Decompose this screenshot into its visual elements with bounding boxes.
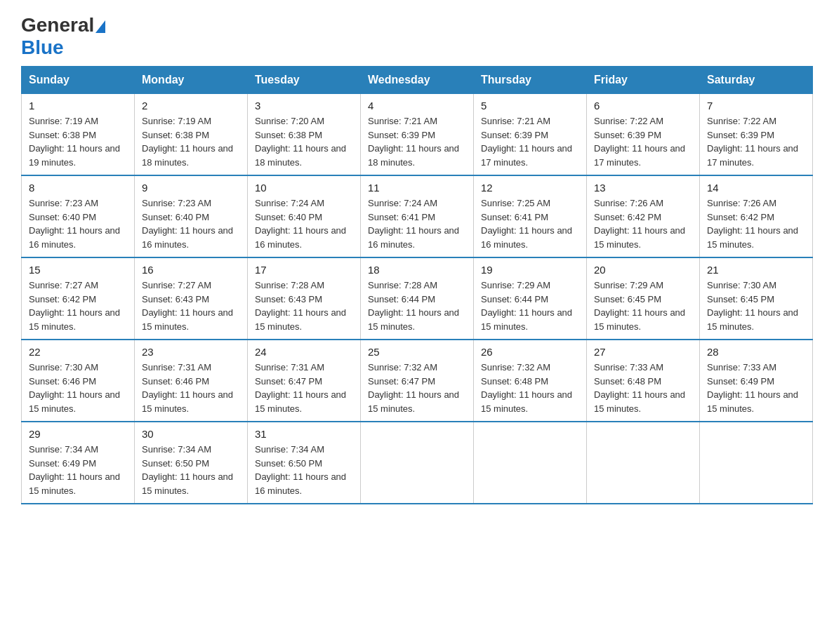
day-cell: 9Sunrise: 7:23 AMSunset: 6:40 PMDaylight…	[135, 175, 248, 257]
day-number: 22	[29, 346, 127, 358]
day-info: Sunrise: 7:30 AMSunset: 6:45 PMDaylight:…	[707, 280, 798, 332]
day-info: Sunrise: 7:28 AMSunset: 6:43 PMDaylight:…	[255, 280, 346, 332]
day-info: Sunrise: 7:21 AMSunset: 6:39 PMDaylight:…	[481, 116, 572, 168]
day-number: 15	[29, 264, 127, 276]
header-cell-wednesday: Wednesday	[361, 67, 474, 94]
day-info: Sunrise: 7:23 AMSunset: 6:40 PMDaylight:…	[142, 198, 233, 250]
day-cell: 1Sunrise: 7:19 AMSunset: 6:38 PMDaylight…	[22, 94, 135, 176]
header-cell-monday: Monday	[135, 67, 248, 94]
day-info: Sunrise: 7:26 AMSunset: 6:42 PMDaylight:…	[594, 198, 685, 250]
header-cell-sunday: Sunday	[22, 67, 135, 94]
day-number: 23	[142, 346, 240, 358]
day-info: Sunrise: 7:30 AMSunset: 6:46 PMDaylight:…	[29, 362, 120, 414]
page-header: General Blue	[21, 14, 813, 59]
day-number: 26	[481, 346, 579, 358]
day-number: 14	[707, 182, 805, 194]
header-row: SundayMondayTuesdayWednesdayThursdayFrid…	[22, 67, 813, 94]
logo-triangle-icon	[95, 20, 105, 33]
day-cell: 29Sunrise: 7:34 AMSunset: 6:49 PMDayligh…	[22, 422, 135, 504]
day-info: Sunrise: 7:24 AMSunset: 6:40 PMDaylight:…	[255, 198, 346, 250]
day-number: 6	[594, 100, 692, 112]
day-number: 25	[368, 346, 466, 358]
day-number: 27	[594, 346, 692, 358]
day-info: Sunrise: 7:33 AMSunset: 6:48 PMDaylight:…	[594, 362, 685, 414]
day-info: Sunrise: 7:21 AMSunset: 6:39 PMDaylight:…	[368, 116, 459, 168]
day-number: 19	[481, 264, 579, 276]
day-number: 9	[142, 182, 240, 194]
day-info: Sunrise: 7:29 AMSunset: 6:45 PMDaylight:…	[594, 280, 685, 332]
day-cell: 24Sunrise: 7:31 AMSunset: 6:47 PMDayligh…	[248, 340, 361, 422]
day-cell: 22Sunrise: 7:30 AMSunset: 6:46 PMDayligh…	[22, 340, 135, 422]
day-cell: 12Sunrise: 7:25 AMSunset: 6:41 PMDayligh…	[474, 175, 587, 257]
day-info: Sunrise: 7:22 AMSunset: 6:39 PMDaylight:…	[707, 116, 798, 168]
day-info: Sunrise: 7:19 AMSunset: 6:38 PMDaylight:…	[29, 116, 120, 168]
day-number: 24	[255, 346, 353, 358]
day-cell: 31Sunrise: 7:34 AMSunset: 6:50 PMDayligh…	[248, 422, 361, 504]
day-cell: 5Sunrise: 7:21 AMSunset: 6:39 PMDaylight…	[474, 94, 587, 176]
day-info: Sunrise: 7:24 AMSunset: 6:41 PMDaylight:…	[368, 198, 459, 250]
day-cell: 16Sunrise: 7:27 AMSunset: 6:43 PMDayligh…	[135, 257, 248, 340]
day-cell	[587, 422, 700, 504]
day-number: 1	[29, 100, 127, 112]
day-cell: 15Sunrise: 7:27 AMSunset: 6:42 PMDayligh…	[22, 257, 135, 340]
logo-general-text: General	[21, 14, 94, 36]
day-cell: 2Sunrise: 7:19 AMSunset: 6:38 PMDaylight…	[135, 94, 248, 176]
day-cell: 10Sunrise: 7:24 AMSunset: 6:40 PMDayligh…	[248, 175, 361, 257]
day-cell	[700, 422, 813, 504]
calendar-header: SundayMondayTuesdayWednesdayThursdayFrid…	[22, 67, 813, 94]
day-cell: 4Sunrise: 7:21 AMSunset: 6:39 PMDaylight…	[361, 94, 474, 176]
day-info: Sunrise: 7:29 AMSunset: 6:44 PMDaylight:…	[481, 280, 572, 332]
day-number: 21	[707, 264, 805, 276]
day-cell: 7Sunrise: 7:22 AMSunset: 6:39 PMDaylight…	[700, 94, 813, 176]
day-cell: 3Sunrise: 7:20 AMSunset: 6:38 PMDaylight…	[248, 94, 361, 176]
day-number: 12	[481, 182, 579, 194]
week-row-1: 1Sunrise: 7:19 AMSunset: 6:38 PMDaylight…	[22, 94, 813, 176]
day-number: 4	[368, 100, 466, 112]
day-info: Sunrise: 7:31 AMSunset: 6:46 PMDaylight:…	[142, 362, 233, 414]
day-cell: 18Sunrise: 7:28 AMSunset: 6:44 PMDayligh…	[361, 257, 474, 340]
day-cell: 13Sunrise: 7:26 AMSunset: 6:42 PMDayligh…	[587, 175, 700, 257]
header-cell-thursday: Thursday	[474, 67, 587, 94]
day-info: Sunrise: 7:28 AMSunset: 6:44 PMDaylight:…	[368, 280, 459, 332]
day-number: 28	[707, 346, 805, 358]
day-number: 13	[594, 182, 692, 194]
day-cell: 14Sunrise: 7:26 AMSunset: 6:42 PMDayligh…	[700, 175, 813, 257]
day-info: Sunrise: 7:32 AMSunset: 6:48 PMDaylight:…	[481, 362, 572, 414]
week-row-5: 29Sunrise: 7:34 AMSunset: 6:49 PMDayligh…	[22, 422, 813, 504]
day-info: Sunrise: 7:27 AMSunset: 6:43 PMDaylight:…	[142, 280, 233, 332]
day-cell	[361, 422, 474, 504]
day-cell: 28Sunrise: 7:33 AMSunset: 6:49 PMDayligh…	[700, 340, 813, 422]
day-info: Sunrise: 7:34 AMSunset: 6:50 PMDaylight:…	[142, 444, 233, 496]
logo: General Blue	[21, 14, 107, 59]
day-number: 20	[594, 264, 692, 276]
calendar-body: 1Sunrise: 7:19 AMSunset: 6:38 PMDaylight…	[22, 94, 813, 504]
week-row-3: 15Sunrise: 7:27 AMSunset: 6:42 PMDayligh…	[22, 257, 813, 340]
day-info: Sunrise: 7:27 AMSunset: 6:42 PMDaylight:…	[29, 280, 120, 332]
day-cell: 25Sunrise: 7:32 AMSunset: 6:47 PMDayligh…	[361, 340, 474, 422]
day-info: Sunrise: 7:34 AMSunset: 6:49 PMDaylight:…	[29, 444, 120, 496]
logo-blue-text: Blue	[21, 36, 64, 58]
day-cell: 6Sunrise: 7:22 AMSunset: 6:39 PMDaylight…	[587, 94, 700, 176]
day-cell: 20Sunrise: 7:29 AMSunset: 6:45 PMDayligh…	[587, 257, 700, 340]
day-number: 30	[142, 428, 240, 440]
day-number: 8	[29, 182, 127, 194]
day-info: Sunrise: 7:20 AMSunset: 6:38 PMDaylight:…	[255, 116, 346, 168]
day-number: 31	[255, 428, 353, 440]
day-number: 18	[368, 264, 466, 276]
day-cell: 26Sunrise: 7:32 AMSunset: 6:48 PMDayligh…	[474, 340, 587, 422]
day-number: 10	[255, 182, 353, 194]
day-info: Sunrise: 7:23 AMSunset: 6:40 PMDaylight:…	[29, 198, 120, 250]
day-info: Sunrise: 7:34 AMSunset: 6:50 PMDaylight:…	[255, 444, 346, 496]
week-row-4: 22Sunrise: 7:30 AMSunset: 6:46 PMDayligh…	[22, 340, 813, 422]
day-info: Sunrise: 7:22 AMSunset: 6:39 PMDaylight:…	[594, 116, 685, 168]
day-cell	[474, 422, 587, 504]
day-number: 7	[707, 100, 805, 112]
day-cell: 30Sunrise: 7:34 AMSunset: 6:50 PMDayligh…	[135, 422, 248, 504]
day-info: Sunrise: 7:31 AMSunset: 6:47 PMDaylight:…	[255, 362, 346, 414]
calendar-table: SundayMondayTuesdayWednesdayThursdayFrid…	[21, 66, 813, 504]
day-cell: 23Sunrise: 7:31 AMSunset: 6:46 PMDayligh…	[135, 340, 248, 422]
day-number: 29	[29, 428, 127, 440]
day-cell: 8Sunrise: 7:23 AMSunset: 6:40 PMDaylight…	[22, 175, 135, 257]
day-number: 16	[142, 264, 240, 276]
day-number: 17	[255, 264, 353, 276]
